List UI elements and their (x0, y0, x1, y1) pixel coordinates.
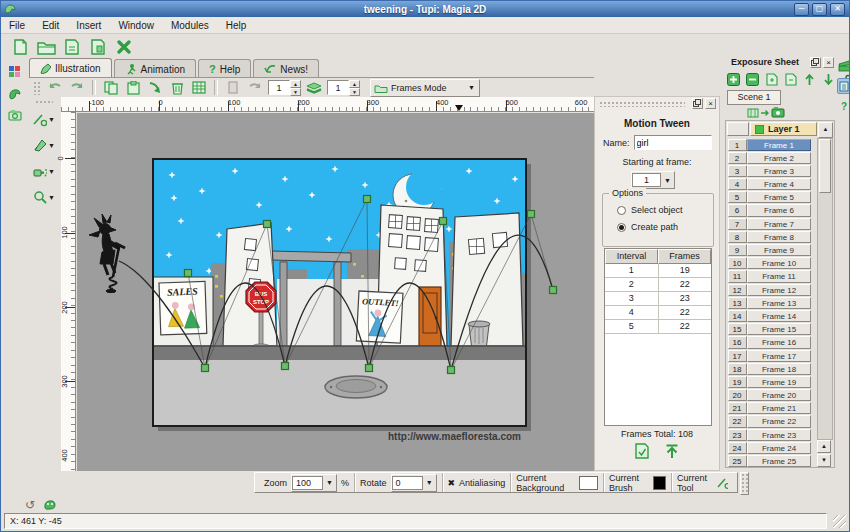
frames-scrollbar[interactable] (817, 138, 833, 440)
panel-drag-handle[interactable] (599, 101, 685, 107)
frame-row[interactable]: 7Frame 7 (727, 217, 815, 230)
brush-swatch[interactable] (653, 476, 666, 490)
background-swatch[interactable] (579, 476, 598, 490)
interval-row[interactable]: 222 (605, 278, 711, 292)
spin-down[interactable]: ▼ (349, 88, 360, 96)
radio-icon[interactable] (617, 206, 626, 215)
new-project-button[interactable] (7, 35, 33, 59)
frame-cell[interactable]: Frame 21 (747, 402, 811, 414)
paste-in-place-button[interactable] (145, 79, 165, 96)
frame-cell[interactable]: Frame 1 (747, 139, 811, 151)
drawing-canvas[interactable]: SALES BUS STOP OUTLET! (77, 113, 594, 471)
tab-illustration[interactable]: Illustration (29, 58, 112, 78)
spin-down[interactable]: ▼ (290, 88, 301, 96)
frame-cell[interactable]: Frame 6 (747, 204, 811, 216)
mascot-icon[interactable] (43, 499, 57, 511)
menu-item-help[interactable]: Help (226, 20, 247, 31)
camera-icon[interactable] (5, 106, 25, 124)
current-background-group[interactable]: Current Background (510, 473, 603, 492)
paste-frame-button[interactable] (783, 72, 798, 86)
tab-help[interactable]: ? Help (198, 59, 251, 78)
move-up-button[interactable] (802, 72, 817, 86)
frame-cell[interactable]: Frame 25 (747, 455, 811, 467)
frame-row[interactable]: 2Frame 2 (727, 151, 815, 164)
layer-index-spinner[interactable]: 1 ▲▼ (268, 80, 301, 95)
frame-row[interactable]: 24Frame 24 (727, 441, 815, 454)
frame-cell[interactable]: Frame 8 (747, 231, 811, 243)
rotate-combo[interactable]: 0 ▼ (391, 474, 437, 492)
interval-row[interactable]: 422 (605, 306, 711, 320)
remove-layer-button[interactable] (745, 72, 760, 86)
frame-cell[interactable]: Frame 18 (747, 363, 811, 375)
copy-frame-button[interactable] (101, 79, 121, 96)
frame-cell[interactable]: Frame 17 (747, 350, 811, 362)
paste-frame-button[interactable] (123, 79, 143, 96)
exposure-sheet-toggle[interactable] (837, 78, 850, 94)
redo-button[interactable] (67, 79, 87, 96)
layer-header[interactable]: Layer 1 (750, 122, 817, 136)
frame-row[interactable]: 23Frame 23 (727, 428, 815, 441)
titlebar[interactable]: tweening - Tupi: Magia 2D ─ ▢ ✕ (1, 1, 849, 17)
frame-row[interactable]: 16Frame 16 (727, 336, 815, 349)
frame-row[interactable]: 25Frame 25 (727, 455, 815, 468)
tab-news[interactable]: News! (253, 59, 319, 78)
interval-row[interactable]: 119 (605, 264, 711, 278)
frame-row[interactable]: 10Frame 10 (727, 257, 815, 270)
frame-cell[interactable]: Frame 22 (747, 415, 811, 427)
menu-item-window[interactable]: Window (118, 20, 154, 31)
save-project-button[interactable] (59, 35, 85, 59)
float-panel-button[interactable] (692, 98, 703, 109)
frame-row[interactable]: 11Frame 11 (727, 270, 815, 283)
tool-pen[interactable]: ▼ (32, 135, 58, 155)
frame-row[interactable]: 22Frame 22 (727, 415, 815, 428)
current-tool-group[interactable]: Current Tool (671, 473, 733, 492)
tool-polyline[interactable]: ▼ (32, 109, 58, 129)
frame-row[interactable]: 3Frame 3 (727, 164, 815, 177)
frame-row[interactable]: 13Frame 13 (727, 296, 815, 309)
maximize-button[interactable]: ▢ (812, 3, 827, 16)
scenes-clapperboard-icon[interactable] (837, 58, 850, 74)
menu-item-edit[interactable]: Edit (42, 20, 59, 31)
frame-cell[interactable]: Frame 14 (747, 310, 811, 322)
history-icon[interactable]: ↺ (25, 498, 35, 512)
frame-row[interactable]: 4Frame 4 (727, 178, 815, 191)
frame-row[interactable]: 1Frame 1 (727, 138, 815, 151)
frame-cell[interactable]: Frame 15 (747, 323, 811, 335)
frame-cell[interactable]: Frame 23 (747, 429, 811, 441)
frame-cell[interactable]: Frame 2 (747, 152, 811, 164)
current-brush-group[interactable]: Current Brush (603, 473, 671, 492)
open-project-button[interactable] (33, 35, 59, 59)
scroll-up-button[interactable]: ▲ (818, 122, 833, 138)
frame-cell[interactable]: Frame 16 (747, 336, 811, 348)
menu-item-modules[interactable]: Modules (171, 20, 209, 31)
save-tween-button[interactable] (634, 443, 650, 459)
mascot-brush-icon[interactable] (5, 85, 25, 103)
menu-item-file[interactable]: File (9, 20, 25, 31)
grid-button[interactable] (189, 79, 209, 96)
radio-icon[interactable] (617, 223, 626, 232)
minimize-button[interactable]: ─ (794, 3, 809, 16)
next-layer-button[interactable] (245, 79, 265, 96)
start-frame-combo[interactable]: 1 ▼ (631, 171, 675, 189)
close-panel-button[interactable]: × (705, 98, 716, 109)
frame-cell[interactable]: Frame 20 (747, 389, 811, 401)
radio-create-path[interactable]: Create path (617, 222, 678, 232)
zoom-combo[interactable]: 100 ▼ (291, 474, 337, 492)
frame-cell[interactable]: Frame 10 (747, 257, 811, 269)
tab-animation[interactable]: Animation (114, 59, 196, 78)
frames-mode-combo[interactable]: Frames Mode ▼ (370, 79, 480, 97)
frame-row[interactable]: 20Frame 20 (727, 389, 815, 402)
frame-index-spinner[interactable]: 1 ▲▼ (327, 80, 360, 95)
add-layer-button[interactable] (726, 72, 741, 86)
scroll-up-button[interactable]: ▲ (817, 440, 831, 453)
panel-grip[interactable] (35, 100, 53, 105)
move-down-button[interactable] (821, 72, 836, 86)
frame-cell[interactable]: Frame 13 (747, 297, 811, 309)
frame-row[interactable]: 17Frame 17 (727, 349, 815, 362)
layer-mode-icons[interactable] (747, 106, 793, 119)
radio-select-object[interactable]: Select object (617, 205, 683, 215)
menu-item-insert[interactable]: Insert (76, 20, 101, 31)
layer-corner-cell[interactable] (727, 122, 749, 136)
frame-cell[interactable]: Frame 11 (747, 270, 811, 282)
frame-cell[interactable]: Frame 19 (747, 376, 811, 388)
